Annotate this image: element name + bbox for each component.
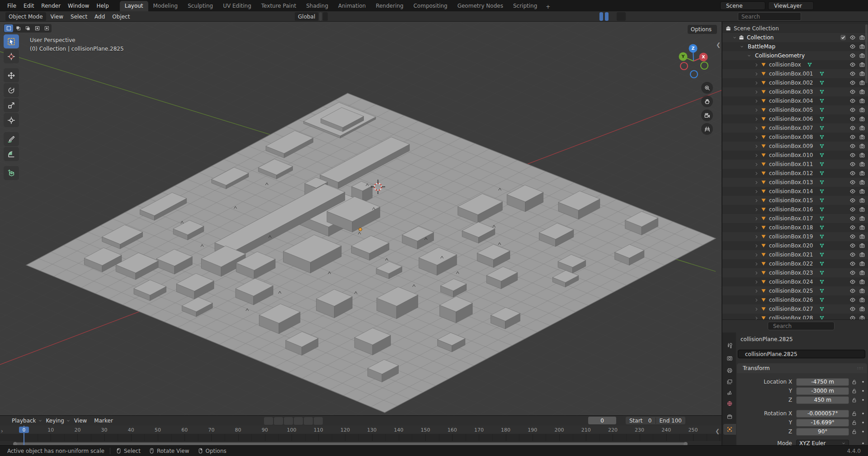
tab-modeling[interactable]: Modeling (148, 1, 183, 11)
viewport-menu-add[interactable]: Add (91, 14, 108, 20)
snap-toggle[interactable] (319, 12, 322, 21)
camera-icon[interactable] (859, 43, 865, 50)
expander-closed-icon[interactable] (754, 316, 759, 320)
eye-icon[interactable] (849, 116, 856, 122)
camera-icon[interactable] (859, 315, 865, 319)
outliner-display-mode[interactable] (729, 12, 731, 21)
outliner-row[interactable]: collisionBox.012 (722, 169, 868, 178)
outliner-panel[interactable]: Scene CollectionCollectionBattleMapColli… (722, 22, 868, 319)
expander-closed-icon[interactable] (754, 171, 759, 176)
properties-tab-scene[interactable] (723, 387, 736, 398)
properties-tab-world[interactable] (723, 398, 736, 409)
axis-negative-ball[interactable] (690, 71, 698, 78)
eye-icon[interactable] (849, 297, 856, 303)
expander-closed-icon[interactable] (754, 207, 759, 212)
viewport-menu-view[interactable]: View (47, 14, 67, 20)
camera-icon[interactable] (859, 252, 865, 258)
camera-icon[interactable] (859, 116, 865, 122)
outliner-row[interactable]: collisionBox.018 (722, 223, 868, 232)
timeline-track[interactable] (0, 434, 722, 441)
camera-icon[interactable] (859, 107, 865, 113)
eye-icon[interactable] (849, 107, 856, 113)
auto-key-toggle[interactable] (260, 417, 263, 425)
viewport-3d[interactable]: User Perspective (0) Collection | collis… (0, 22, 722, 415)
outliner-editor-type-button[interactable] (725, 12, 728, 21)
eye-icon[interactable] (849, 80, 856, 86)
eye-icon[interactable] (849, 71, 856, 77)
eye-icon[interactable] (849, 197, 856, 204)
expander-closed-icon[interactable] (754, 135, 759, 140)
eye-icon[interactable] (849, 270, 856, 276)
outliner-row[interactable]: collisionBox.013 (722, 178, 868, 187)
snap-settings[interactable] (323, 12, 328, 21)
outliner-row[interactable]: collisionBox.009 (722, 142, 868, 151)
eye-icon[interactable] (849, 152, 856, 158)
falloff-selector[interactable] (332, 12, 335, 21)
camera-icon[interactable] (859, 62, 865, 68)
camera-icon[interactable] (859, 152, 865, 158)
select-intersect-button[interactable] (42, 24, 51, 32)
camera-icon[interactable] (859, 34, 865, 41)
eye-icon[interactable] (849, 279, 856, 285)
eye-icon[interactable] (849, 98, 856, 104)
viewport-canvas[interactable] (0, 22, 722, 415)
end-frame-field[interactable]: End 100 (656, 418, 686, 424)
tool-cursor-button[interactable] (4, 49, 19, 63)
camera-icon[interactable] (859, 306, 865, 312)
outliner-row[interactable]: collisionBox.023 (722, 268, 868, 277)
menu-window[interactable]: Window (64, 3, 93, 9)
overlays-toggle[interactable] (605, 12, 609, 21)
zoom-button[interactable] (701, 82, 713, 94)
camera-icon[interactable] (859, 71, 865, 77)
eye-icon[interactable] (849, 306, 856, 312)
expander-closed-icon[interactable] (754, 271, 759, 276)
expander-closed-icon[interactable] (754, 99, 759, 104)
animate-property-dot[interactable] (859, 397, 867, 403)
animate-property-dot[interactable] (859, 379, 867, 385)
camera-icon[interactable] (859, 288, 865, 294)
expander-closed-icon[interactable] (754, 252, 759, 257)
lock-toggle[interactable] (849, 411, 859, 417)
outliner-row[interactable]: Scene Collection (722, 24, 868, 33)
expander-closed-icon[interactable] (754, 71, 759, 76)
expander-closed-icon[interactable] (754, 216, 759, 221)
outliner-filter[interactable] (808, 12, 811, 21)
camera-icon[interactable] (859, 98, 865, 104)
timeline-menu-marker[interactable]: Marker (90, 418, 116, 424)
tab-uv-editing[interactable]: UV Editing (218, 1, 256, 11)
properties-tab-tool[interactable] (723, 340, 736, 351)
select-subtract-button[interactable] (23, 24, 32, 32)
transform-value-field[interactable]: -3000 m (796, 387, 849, 395)
menu-help[interactable]: Help (93, 3, 112, 9)
camera-icon[interactable] (859, 197, 865, 204)
camera-icon[interactable] (859, 89, 865, 95)
timeline-ruler[interactable]: 1020304050607080901001101201301401501601… (0, 426, 722, 434)
expander-closed-icon[interactable] (754, 81, 759, 86)
tab-scripting[interactable]: Scripting (508, 1, 542, 11)
options-button[interactable]: Options (688, 25, 717, 34)
eye-icon[interactable] (849, 170, 856, 176)
outliner-row[interactable]: collisionBox.017 (722, 214, 868, 223)
menu-file[interactable]: File (4, 3, 20, 9)
outliner-row[interactable]: collisionBox.024 (722, 277, 868, 286)
expander-closed-icon[interactable] (754, 198, 759, 203)
transform-value-field[interactable]: 90° (796, 428, 849, 436)
proportional-edit-toggle[interactable] (329, 12, 331, 21)
transform-value-field[interactable]: -0.000057° (796, 410, 849, 418)
eye-icon[interactable] (849, 62, 856, 68)
properties-tab-output[interactable] (723, 365, 736, 376)
properties-tab-viewlayer[interactable] (723, 376, 736, 387)
playhead-frame-badge[interactable]: 0 (19, 427, 29, 433)
collapse-region-icon[interactable]: ❮ (715, 428, 720, 434)
expander-open-icon[interactable] (740, 44, 744, 49)
add-workspace-button[interactable]: + (542, 2, 554, 11)
outliner-row[interactable]: collisionBox.028 (722, 314, 868, 319)
transform-value-field[interactable]: -4750 m (796, 378, 849, 386)
outliner-row[interactable]: collisionBox.025 (722, 286, 868, 295)
transform-value-field[interactable]: -16.699° (796, 419, 849, 427)
expander-closed-icon[interactable] (754, 108, 759, 113)
properties-search[interactable] (768, 322, 835, 330)
transform-panel-header[interactable]: Transform ∷∷ (737, 363, 867, 373)
scene-selector[interactable]: Scene (720, 1, 765, 10)
object-name-field[interactable]: collisionPlane.2825 (738, 350, 865, 358)
